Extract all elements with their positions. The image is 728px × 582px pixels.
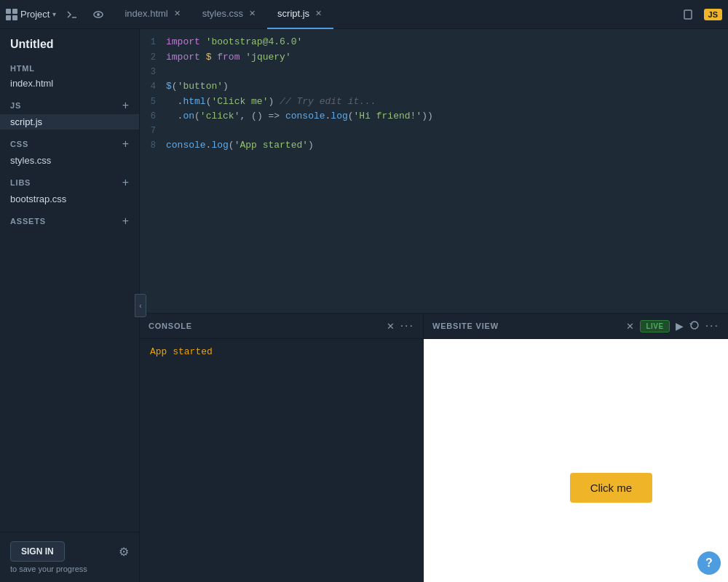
line-content: console.log('App started') <box>166 138 719 154</box>
sidebar-section-js: JS + script.js <box>0 92 139 131</box>
sidebar-file-bootstrap-css[interactable]: bootstrap.css <box>0 191 139 207</box>
line-number: 8 <box>140 139 166 153</box>
settings-icon[interactable]: ⚙ <box>119 545 129 559</box>
project-label: Project <box>20 9 50 20</box>
line-number: 2 <box>140 51 166 65</box>
code-line-6: 6 .on('click', () => console.log('Hi fri… <box>140 109 728 124</box>
tab-index-html[interactable]: index.html ✕ <box>114 0 191 29</box>
console-output: App started <box>140 339 423 582</box>
close-icon[interactable]: ✕ <box>314 7 323 20</box>
code-line-2: 2 import $ from 'jquery' <box>140 50 728 65</box>
website-view-title: WEBSITE VIEW <box>432 322 620 330</box>
tab-label: styles.css <box>202 8 243 19</box>
add-js-button[interactable]: + <box>122 100 129 111</box>
section-label-assets: ASSETS <box>10 217 46 226</box>
sidebar-file-styles-css[interactable]: styles.css <box>0 153 139 168</box>
section-header-html: HTML <box>0 61 139 76</box>
code-line-7: 7 <box>140 124 728 138</box>
console-panel: CONSOLE ✕ ··· App started <box>140 314 424 582</box>
grid-icon <box>6 9 17 20</box>
section-header-js: JS + <box>0 97 139 114</box>
website-close-button[interactable]: ✕ <box>626 321 634 332</box>
add-css-button[interactable]: + <box>122 138 129 150</box>
console-log-text: App started <box>150 346 213 357</box>
line-content: $('button') <box>166 79 719 95</box>
tab-label: script.js <box>277 8 309 19</box>
sidebar-file-index-html[interactable]: index.html <box>0 76 139 91</box>
website-panel: WEBSITE VIEW ✕ LIVE ▶ ··· Click me ? <box>424 314 728 582</box>
sidebar-section-assets: ASSETS + <box>0 208 139 231</box>
code-editor[interactable]: 1 import 'bootstrap@4.6.0' 2 import $ fr… <box>140 29 728 313</box>
code-line-5: 5 .html('Click me') // Try edit it... <box>140 95 728 110</box>
svg-point-2 <box>97 13 100 16</box>
preview-click-me-button[interactable]: Click me <box>570 473 653 503</box>
line-content: import 'bootstrap@4.6.0' <box>166 35 719 50</box>
website-menu-button[interactable]: ··· <box>705 319 719 332</box>
editor-area: 1 import 'bootstrap@4.6.0' 2 import $ fr… <box>140 29 728 582</box>
bottom-panels: CONSOLE ✕ ··· App started WEBSITE VIEW ✕… <box>140 313 728 582</box>
tab-styles-css[interactable]: styles.css ✕ <box>192 0 267 29</box>
code-line-4: 4 $('button') <box>140 79 728 95</box>
console-menu-button[interactable]: ··· <box>400 319 414 332</box>
line-number: 7 <box>140 124 166 138</box>
section-label-html: HTML <box>10 64 35 73</box>
website-panel-header: WEBSITE VIEW ✕ LIVE ▶ ··· <box>424 314 728 339</box>
code-line-8: 8 console.log('App started') <box>140 138 728 154</box>
sidebar: Untitled HTML index.html JS + script.js … <box>0 29 140 582</box>
line-number: 4 <box>140 80 166 94</box>
add-assets-button[interactable]: + <box>122 215 129 227</box>
line-number: 3 <box>140 65 166 79</box>
sidebar-section-html: HTML index.html <box>0 57 139 92</box>
eye-icon[interactable] <box>88 4 108 25</box>
main-area: Untitled HTML index.html JS + script.js … <box>0 29 728 582</box>
project-title: Untitled <box>0 29 139 57</box>
line-content: import $ from 'jquery' <box>166 50 719 65</box>
topbar: Project ▾ index.html ✕ styles.css ✕ scri… <box>0 0 728 29</box>
tab-label: index.html <box>124 8 167 19</box>
chevron-down-icon: ▾ <box>52 10 56 18</box>
line-content: .html('Click me') // Try edit it... <box>166 95 719 110</box>
section-header-assets: ASSETS + <box>0 212 139 230</box>
tab-script-js[interactable]: script.js ✕ <box>267 0 333 29</box>
project-menu[interactable]: Project ▾ <box>6 9 56 20</box>
code-line-3: 3 <box>140 65 728 79</box>
save-progress-text: to save your progress <box>10 565 129 573</box>
tab-bar: index.html ✕ styles.css ✕ script.js ✕ <box>114 0 671 29</box>
line-number: 6 <box>140 110 166 124</box>
console-title: CONSOLE <box>149 322 381 330</box>
topbar-right: JS <box>678 4 722 25</box>
close-icon[interactable]: ✕ <box>173 7 182 20</box>
code-line-1: 1 import 'bootstrap@4.6.0' <box>140 35 728 50</box>
close-icon[interactable]: ✕ <box>248 7 257 20</box>
sidebar-bottom: SIGN IN ⚙ to save your progress <box>0 532 139 582</box>
new-file-icon[interactable] <box>678 4 698 25</box>
refresh-icon[interactable] <box>689 320 700 332</box>
console-panel-header: CONSOLE ✕ ··· <box>140 314 423 339</box>
console-close-button[interactable]: ✕ <box>387 321 395 332</box>
live-badge: LIVE <box>640 320 669 332</box>
line-content: .on('click', () => console.log('Hi frien… <box>166 109 719 124</box>
line-number: 1 <box>140 36 166 49</box>
sidebar-file-script-js[interactable]: script.js <box>0 114 139 129</box>
sign-in-button[interactable]: SIGN IN <box>10 541 65 562</box>
sidebar-section-css: CSS + styles.css <box>0 131 139 170</box>
js-badge: JS <box>704 9 722 20</box>
help-bubble[interactable]: ? <box>697 551 721 575</box>
terminal-icon[interactable] <box>62 4 82 25</box>
sidebar-collapse-button[interactable]: ‹ <box>135 294 146 317</box>
section-label-libs: LIBS <box>10 178 31 187</box>
section-header-libs: LIBS + <box>0 174 139 191</box>
play-button[interactable]: ▶ <box>676 320 684 332</box>
section-label-js: JS <box>10 101 21 110</box>
add-libs-button[interactable]: + <box>122 177 129 188</box>
website-preview: Click me ? <box>424 339 728 582</box>
section-header-css: CSS + <box>0 135 139 153</box>
section-label-css: CSS <box>10 140 28 148</box>
svg-rect-3 <box>684 10 692 19</box>
sidebar-section-libs: LIBS + bootstrap.css <box>0 170 139 208</box>
line-number: 5 <box>140 95 166 109</box>
